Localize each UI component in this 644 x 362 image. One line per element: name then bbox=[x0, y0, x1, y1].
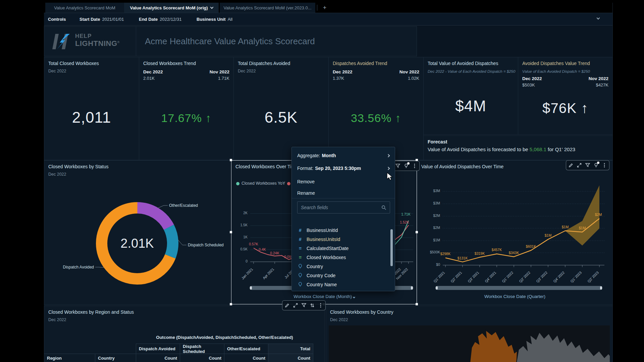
data-label: $2M bbox=[591, 213, 606, 217]
menu-item-format[interactable]: Format:Sep 20, 2023 5:30pm bbox=[292, 163, 395, 174]
menu-dots-icon[interactable] bbox=[318, 303, 323, 308]
legend-dot-yoy[interactable] bbox=[236, 182, 239, 185]
field-item-businessunitsid[interactable]: #BusinessUnitsId bbox=[292, 235, 395, 244]
filter-icon[interactable] bbox=[301, 303, 307, 308]
menu-item-rename[interactable]: Rename bbox=[292, 187, 395, 199]
field-item-country[interactable]: Country bbox=[292, 262, 395, 271]
chart-title: Closed Workboxes by Country bbox=[330, 309, 393, 315]
kpi-value: $76K ↑ bbox=[518, 100, 612, 116]
menu-dots-icon[interactable] bbox=[602, 163, 607, 168]
forecast-card: Forecast Value of Avoid Dispatches is fo… bbox=[423, 135, 613, 160]
kpi-previous: Nov 20221.71K bbox=[210, 69, 229, 81]
data-label: $1M bbox=[558, 225, 573, 229]
resize-handle-nw[interactable] bbox=[230, 159, 232, 161]
filter-start-date[interactable]: Start Date2021/01/01 bbox=[79, 17, 124, 22]
filter-value[interactable]: 2022/12/31 bbox=[160, 17, 181, 22]
chart-horizontal-scrollbar[interactable] bbox=[435, 286, 602, 290]
map-region-neighbors[interactable] bbox=[516, 332, 610, 362]
kpi-total-value-avoided-dispatches: Total Value of Avoided Dispatches Dec 20… bbox=[423, 57, 518, 135]
donut-center-value: 2.01K bbox=[120, 236, 154, 250]
field-item-closed-workboxes[interactable]: =Closed Workboxes bbox=[292, 253, 395, 262]
kpi-total-dispatches-avoided: Total Dispatches Avoided Dec 2022 6.5K bbox=[233, 57, 329, 160]
pencil-icon[interactable] bbox=[568, 163, 574, 168]
maximize-icon[interactable] bbox=[293, 303, 298, 308]
map-region-norway[interactable] bbox=[470, 330, 517, 362]
pencil-icon[interactable] bbox=[284, 303, 290, 308]
menu-item-remove[interactable]: Remove bbox=[292, 176, 395, 187]
field-item-desc[interactable]: Desc bbox=[292, 289, 395, 291]
mouse-cursor bbox=[387, 172, 393, 181]
menu-dots-icon[interactable] bbox=[412, 163, 417, 169]
y-tick: $1M bbox=[419, 238, 440, 242]
kpi-dispatches-avoided-trend: Dispatches Avoided Trend Dec 20221.37K N… bbox=[328, 57, 424, 160]
filter-icon[interactable] bbox=[395, 163, 400, 169]
search-icon bbox=[381, 205, 386, 210]
collapse-controls-chevron-icon[interactable] bbox=[597, 16, 600, 20]
legend-label-yoy[interactable]: Closed Workboxes YoY bbox=[241, 181, 285, 186]
resize-handle-w[interactable] bbox=[230, 231, 232, 233]
map-canvas[interactable] bbox=[329, 325, 610, 362]
tab-scorecard-mom-ver[interactable]: Value Analytics Scorecard MoM (ver.2023.… bbox=[220, 3, 315, 13]
field-item-calculatedstartdate[interactable]: =CalculatedStartDate bbox=[292, 244, 395, 253]
kpi-current: Dec 20222.01K bbox=[143, 69, 163, 81]
logo-cell: HELP LIGHTNING® bbox=[44, 26, 136, 56]
kpi-title: Total Dispatches Avoided bbox=[238, 61, 290, 66]
add-sheet-button[interactable]: + bbox=[320, 3, 329, 13]
tab-scorecard-mom-orig[interactable]: Value Analytics Scorecard MoM (orig) bbox=[124, 3, 219, 13]
x-axis-field-dropdown[interactable]: Workbox Close Date (Month) bbox=[231, 294, 417, 299]
insights-icon[interactable] bbox=[593, 163, 599, 168]
resize-handle-se[interactable] bbox=[416, 303, 418, 305]
data-label: $319K bbox=[472, 251, 487, 255]
tab-separator bbox=[317, 5, 317, 11]
kpi-title: Closed Workboxes Trend bbox=[143, 61, 196, 66]
filter-value[interactable]: All bbox=[228, 17, 232, 22]
kpi-subtitle: Dec 2022 bbox=[48, 69, 66, 73]
column-header-total: Total bbox=[268, 344, 313, 354]
tab-scorecard-mom[interactable]: Value Analytics Scorecard MoM bbox=[45, 3, 124, 13]
menu-scrollbar[interactable] bbox=[390, 229, 393, 266]
sheet-tabbar: Value Analytics Scorecard MoM Value Anal… bbox=[44, 3, 613, 13]
menu-divider bbox=[292, 198, 395, 198]
legend-dot-current[interactable] bbox=[287, 182, 290, 185]
donut-label-dispatch-scheduled: Dispatch Scheduled bbox=[188, 243, 224, 247]
field-item-country-name[interactable]: Country Name bbox=[292, 280, 395, 289]
kpi-subtitle: Dec 2022 bbox=[238, 69, 256, 73]
chart-title: Value of Avoided Dispatches Over Time bbox=[421, 164, 503, 169]
kpi-title: Avoided Dispatches Value Trend bbox=[522, 61, 590, 66]
donut-chart[interactable]: Other/Escalated Dispatch Scheduled Dispa… bbox=[44, 182, 231, 303]
insights-icon[interactable] bbox=[404, 163, 409, 169]
line-chart-plot-area[interactable]: $3M $3M $2M $2M $1M $500K $0 Q1' 2021 Q2… bbox=[419, 179, 611, 289]
menu-item-aggregate[interactable]: Aggregate:Month bbox=[292, 150, 395, 161]
data-label: $298K bbox=[438, 252, 453, 256]
filter-end-date[interactable]: End Date2022/12/31 bbox=[139, 17, 181, 22]
resize-handle-sw[interactable] bbox=[230, 303, 232, 305]
data-label: $1M bbox=[541, 233, 555, 237]
kpi-title: Total Closed Workboxes bbox=[48, 61, 99, 66]
chart-title: Closed Workboxes by Region and Status bbox=[48, 309, 134, 315]
filter-value[interactable]: 2021/01/01 bbox=[102, 17, 124, 22]
resize-handle-e[interactable] bbox=[416, 231, 418, 233]
kpi-title: Total Value of Avoided Dispatches bbox=[428, 61, 498, 66]
geo-pin-icon bbox=[298, 264, 303, 269]
data-label: 0.57K bbox=[246, 242, 261, 246]
filter-icon[interactable] bbox=[585, 163, 590, 168]
search-fields-input[interactable] bbox=[298, 205, 381, 210]
x-axis-title: Workbox Close Date (Quarter) bbox=[417, 294, 612, 299]
swap-axes-icon[interactable] bbox=[310, 303, 315, 308]
data-label: $131K bbox=[455, 256, 470, 260]
tab-label: Value Analytics Scorecard MoM (ver.2023.… bbox=[223, 5, 311, 10]
data-label: 1.52K bbox=[397, 220, 412, 224]
field-context-menu: Aggregate:Month Format:Sep 20, 2023 5:30… bbox=[291, 147, 395, 291]
y-tick: $0 bbox=[419, 262, 440, 266]
field-item-businessunitid[interactable]: #BusinessUnitId bbox=[292, 226, 395, 235]
filter-label: End Date bbox=[139, 17, 158, 22]
filter-business-unit[interactable]: Business UnitAll bbox=[197, 17, 232, 22]
chart-subtitle: Dec 2022 bbox=[48, 317, 66, 322]
data-label: 0.24K bbox=[267, 251, 282, 255]
data-label: $343K bbox=[506, 251, 521, 255]
chevron-down-icon[interactable] bbox=[210, 5, 213, 9]
field-item-country-code[interactable]: Country Code bbox=[292, 271, 395, 280]
up-arrow-icon: ↑ bbox=[205, 112, 211, 124]
forecast-value: 5,068.1 bbox=[530, 146, 546, 152]
maximize-icon[interactable] bbox=[577, 163, 582, 168]
